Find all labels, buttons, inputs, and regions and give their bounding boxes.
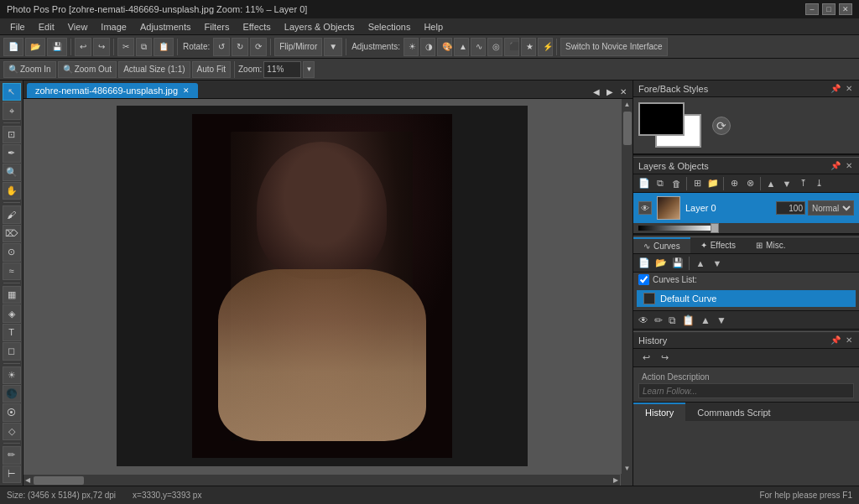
adj-more2[interactable]: ★ <box>521 38 536 56</box>
adj-hue[interactable]: ◎ <box>487 38 502 56</box>
layers-pin-button[interactable]: 📌 <box>829 161 842 170</box>
rotate-free-button[interactable]: ⟳ <box>250 38 267 56</box>
tab-scroll-left-button[interactable]: ◀ <box>591 87 602 96</box>
hand-tool-button[interactable]: ✋ <box>3 182 21 200</box>
vscroll-up-button[interactable]: ▲ <box>622 99 633 110</box>
fore-back-pin-button[interactable]: 📌 <box>829 84 842 93</box>
eraser-tool-button[interactable]: ⌦ <box>3 225 21 242</box>
duplicate-layer-button[interactable]: ⧉ <box>653 176 668 191</box>
merge-down-button[interactable]: ⊕ <box>726 176 742 191</box>
flip-mirror-button[interactable]: Flip/Mirror <box>274 38 322 56</box>
menu-effects[interactable]: Effects <box>236 20 277 34</box>
clone-tool-button[interactable]: ⊙ <box>3 243 21 261</box>
switch-interface-button[interactable]: Switch to Novice Interface <box>560 38 668 56</box>
canvas-scroll[interactable]: ▲ ▼ ◀ ▶ <box>23 99 633 486</box>
curves-arrow-down-btn[interactable]: ▼ <box>715 314 728 326</box>
new-layer-button[interactable]: 📄 <box>637 176 652 191</box>
undo-button[interactable]: ↩ <box>75 38 91 56</box>
history-undo-button[interactable]: ↩ <box>638 351 653 366</box>
history-close-button[interactable]: ✕ <box>844 335 854 345</box>
tab-close-all-button[interactable]: ✕ <box>617 87 629 96</box>
fore-back-close-button[interactable]: ✕ <box>844 84 854 93</box>
opacity-thumb[interactable] <box>711 223 719 233</box>
zoom-input[interactable] <box>263 61 301 78</box>
new-button[interactable]: 📄 <box>3 38 23 56</box>
adj-brightness[interactable]: ☀ <box>403 38 419 56</box>
tab-scroll-right-button[interactable]: ▶ <box>604 87 616 96</box>
zoom-out-button[interactable]: 🔍 Zoom Out <box>58 61 117 78</box>
blend-mode-select[interactable]: Normal <box>808 200 854 216</box>
layer-visibility-button[interactable]: 👁 <box>638 201 652 215</box>
vertical-scrollbar[interactable]: ▲ ▼ <box>621 99 633 474</box>
tab-commands-script[interactable]: Commands Script <box>685 403 782 421</box>
swap-colors-button[interactable]: ⟳ <box>712 117 731 135</box>
tab-history[interactable]: History <box>633 403 685 421</box>
tab-misc[interactable]: ⊞ Misc. <box>746 237 795 253</box>
rotate-cw-button[interactable]: ↻ <box>232 38 248 56</box>
close-button[interactable]: ✕ <box>839 3 852 15</box>
tab-effects[interactable]: ✦ Effects <box>690 237 746 253</box>
adj-levels[interactable]: ▲ <box>454 38 469 56</box>
tab-curves[interactable]: ∿ Curves <box>633 237 690 253</box>
adj-contrast[interactable]: ◑ <box>420 38 435 56</box>
action-description-input[interactable] <box>638 383 854 398</box>
layer-properties-button[interactable]: ⊞ <box>690 176 705 191</box>
vscroll-down-button[interactable]: ▼ <box>622 463 633 474</box>
auto-fit-button[interactable]: Auto Fit <box>192 61 231 78</box>
sharpen-tool-button[interactable]: ◇ <box>3 423 21 440</box>
curves-edit-btn[interactable]: ✏ <box>653 314 664 326</box>
fill-tool-button[interactable]: ◈ <box>3 304 21 322</box>
menu-help[interactable]: Help <box>417 20 450 34</box>
actual-size-button[interactable]: Actual Size (1:1) <box>118 61 190 78</box>
save-button[interactable]: 💾 <box>47 38 67 56</box>
layer-to-top-button[interactable]: ⤒ <box>795 176 810 191</box>
layer-group-button[interactable]: 📁 <box>705 176 721 191</box>
curves-new-button[interactable]: 📄 <box>637 256 652 271</box>
adj-more1[interactable]: ⬛ <box>504 38 519 56</box>
menu-image[interactable]: Image <box>94 20 133 34</box>
menu-file[interactable]: File <box>3 20 32 34</box>
curves-list-checkbox[interactable] <box>638 274 649 285</box>
layers-close-button[interactable]: ✕ <box>844 161 854 170</box>
curves-arrow-up-btn[interactable]: ▲ <box>699 314 712 326</box>
menu-filters[interactable]: Filters <box>197 20 236 34</box>
measure-tool-button[interactable]: ⊢ <box>3 465 21 483</box>
menu-edit[interactable]: Edit <box>32 20 61 34</box>
horizontal-scrollbar[interactable]: ◀ ▶ <box>23 474 620 486</box>
history-redo-button[interactable]: ↪ <box>657 351 672 366</box>
copy-button[interactable]: ⧉ <box>136 38 152 56</box>
menu-selections[interactable]: Selections <box>362 20 418 34</box>
text-tool-button[interactable]: T <box>3 324 21 341</box>
adj-curves[interactable]: ∿ <box>471 38 486 56</box>
move-layer-up-button[interactable]: ▲ <box>763 176 778 191</box>
menu-view[interactable]: View <box>61 20 95 34</box>
curves-add-button[interactable]: ▲ <box>693 256 708 271</box>
maximize-button[interactable]: □ <box>822 3 836 15</box>
smudge-tool-button[interactable]: ≈ <box>3 262 21 280</box>
select-tool-button[interactable]: ↖ <box>3 83 21 101</box>
eyedropper-tool-button[interactable]: ✒ <box>3 144 21 162</box>
gradient-tool-button[interactable]: ▦ <box>3 286 21 304</box>
image-tab[interactable]: zohre-nemati-486669-unsplash.jpg ✕ <box>27 83 198 98</box>
burn-tool-button[interactable]: 🌑 <box>3 385 21 403</box>
curves-eye-btn[interactable]: 👁 <box>637 314 650 326</box>
delete-layer-button[interactable]: 🗑 <box>669 176 684 191</box>
blur-tool-button[interactable]: ⦿ <box>3 403 21 421</box>
default-curve-item[interactable]: Default Curve <box>637 290 856 307</box>
layer-to-bottom-button[interactable]: ⤓ <box>811 176 826 191</box>
redo-button[interactable]: ↪ <box>93 38 110 56</box>
curves-save-button[interactable]: 💾 <box>670 256 685 271</box>
paste-button[interactable]: 📋 <box>154 38 174 56</box>
merge-visible-button[interactable]: ⊗ <box>742 176 757 191</box>
flip-dropdown-button[interactable]: ▼ <box>324 38 342 56</box>
fore-color-swatch[interactable] <box>638 102 685 136</box>
hscroll-left-button[interactable]: ◀ <box>23 475 32 486</box>
layer-opacity-input[interactable] <box>776 201 805 215</box>
minimize-button[interactable]: – <box>805 3 819 15</box>
layer-row-0[interactable]: 👁 Layer 0 Normal <box>633 193 859 223</box>
history-pin-button[interactable]: 📌 <box>829 335 842 345</box>
pen-tool-button[interactable]: ✏ <box>3 446 21 464</box>
adj-color[interactable]: 🎨 <box>437 38 452 56</box>
zoom-tool-button[interactable]: 🔍 <box>3 164 21 181</box>
tab-close-button[interactable]: ✕ <box>183 86 190 95</box>
